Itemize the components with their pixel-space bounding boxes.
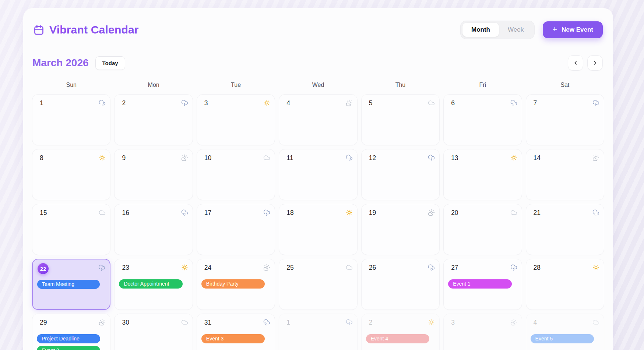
day-cell[interactable]: 1 — [279, 314, 357, 350]
day-cell[interactable]: 16 — [114, 204, 193, 255]
weekday-header: Fri — [443, 82, 522, 88]
day-cell[interactable]: 19 — [361, 204, 440, 255]
day-cell[interactable]: 28 — [526, 259, 604, 310]
plus-icon: + — [552, 25, 557, 33]
day-cell[interactable]: 30 — [114, 314, 193, 350]
day-cell-top: 18 — [279, 204, 357, 222]
day-number: 24 — [204, 264, 211, 272]
day-number: 11 — [286, 154, 293, 162]
new-event-button[interactable]: + New Event — [543, 21, 603, 38]
cloud-icon — [346, 264, 353, 271]
day-cell[interactable]: 5 — [361, 94, 440, 145]
day-cell-top: 7 — [526, 95, 604, 112]
rain-icon — [99, 99, 106, 106]
day-cell-top: 13 — [444, 149, 521, 167]
day-number: 17 — [204, 209, 211, 217]
day-cell-today[interactable]: 22Team Meeting — [32, 259, 110, 310]
event-list: Event 1 — [444, 279, 521, 289]
storm-icon — [181, 99, 188, 106]
day-cell[interactable]: 4Event 5 — [526, 314, 604, 350]
day-cell[interactable]: 24Birthday Party — [197, 259, 275, 310]
event-pill[interactable]: Event 3 — [201, 334, 265, 343]
storm-icon — [592, 99, 599, 106]
day-cell[interactable]: 1 — [32, 94, 110, 145]
day-number: 25 — [286, 264, 293, 272]
event-pill[interactable]: Team Meeting — [37, 280, 100, 289]
event-pill[interactable]: Project Deadline — [37, 334, 100, 343]
day-number: 3 — [204, 99, 208, 107]
rain-icon — [592, 209, 599, 216]
previous-month-button[interactable] — [568, 55, 583, 71]
app-header: Vibrant Calendar Month Week + New Event — [32, 19, 604, 39]
day-number: 31 — [204, 319, 211, 326]
day-number: 14 — [534, 154, 541, 162]
day-cell-top: 1 — [279, 314, 357, 331]
day-cell[interactable]: 3 — [443, 314, 522, 350]
day-cell[interactable]: 26 — [361, 259, 440, 310]
day-number: 27 — [451, 264, 458, 272]
event-pill[interactable]: Birthday Party — [201, 279, 265, 289]
day-cell[interactable]: 25 — [279, 259, 357, 310]
day-cell-top: 22 — [33, 259, 110, 277]
day-cell[interactable]: 4 — [279, 94, 357, 145]
app-title: Vibrant Calendar — [49, 24, 139, 36]
day-number: 29 — [40, 319, 47, 326]
day-cell[interactable]: 14 — [526, 149, 604, 200]
event-pill[interactable]: Event 4 — [366, 334, 429, 343]
day-cell[interactable]: 2 — [114, 94, 193, 145]
day-cell[interactable]: 23Doctor Appointment — [114, 259, 193, 310]
rain-icon — [263, 319, 270, 326]
day-cell[interactable]: 31Event 3 — [197, 314, 275, 350]
day-cell-top: 15 — [32, 204, 110, 222]
day-cell[interactable]: 8 — [32, 149, 110, 200]
day-cell[interactable]: 6 — [443, 94, 522, 145]
day-cell[interactable]: 15 — [32, 204, 110, 255]
day-cell[interactable]: 12 — [361, 149, 440, 200]
day-number: 3 — [451, 319, 455, 326]
day-number: 15 — [40, 209, 47, 217]
day-number: 2 — [122, 99, 126, 107]
day-number: 23 — [122, 264, 129, 272]
chevron-left-icon — [573, 60, 578, 66]
event-list: Birthday Party — [197, 279, 275, 289]
day-cell[interactable]: 21 — [526, 204, 604, 255]
day-cell-top: 11 — [279, 149, 357, 167]
day-cell-top: 31 — [197, 314, 275, 331]
day-cell[interactable]: 11 — [279, 149, 357, 200]
day-cell[interactable]: 17 — [197, 204, 275, 255]
month-view-button[interactable]: Month — [462, 23, 499, 37]
event-pill[interactable]: Event 1 — [448, 279, 511, 289]
today-button[interactable]: Today — [95, 56, 125, 70]
day-cell[interactable]: 29Project DeadlineEvent 2 — [32, 314, 110, 350]
calendar-icon — [33, 24, 45, 36]
day-number: 21 — [534, 209, 541, 217]
day-cell[interactable]: 20 — [443, 204, 522, 255]
day-cell[interactable]: 2Event 4 — [361, 314, 440, 350]
view-toggle: Month Week — [460, 21, 535, 39]
day-cell-top: 25 — [279, 259, 357, 276]
rain-icon — [428, 264, 435, 271]
event-pill[interactable]: Event 5 — [531, 334, 594, 343]
day-cell[interactable]: 9 — [114, 149, 193, 200]
day-cell[interactable]: 3 — [197, 94, 275, 145]
day-cell[interactable]: 18 — [279, 204, 357, 255]
day-cell[interactable]: 27Event 1 — [443, 259, 522, 310]
day-number: 7 — [534, 99, 537, 107]
month-navigation — [568, 55, 603, 71]
event-pill[interactable]: Event 2 — [37, 346, 100, 350]
day-cell-top: 4 — [526, 314, 604, 331]
sun-icon — [428, 319, 435, 326]
next-month-button[interactable] — [587, 55, 603, 71]
day-number: 8 — [40, 154, 43, 162]
day-number: 19 — [369, 209, 376, 217]
cloud-icon — [263, 154, 270, 161]
day-cell[interactable]: 13 — [443, 149, 522, 200]
chevron-right-icon — [592, 60, 598, 66]
day-cell-top: 23 — [115, 259, 192, 276]
event-pill[interactable]: Doctor Appointment — [119, 279, 182, 289]
week-view-button[interactable]: Week — [499, 23, 532, 37]
day-cell[interactable]: 7 — [526, 94, 604, 145]
weekday-header: Sat — [526, 82, 604, 88]
day-cell[interactable]: 10 — [197, 149, 275, 200]
calendar-app-card: Vibrant Calendar Month Week + New Event … — [23, 8, 613, 350]
